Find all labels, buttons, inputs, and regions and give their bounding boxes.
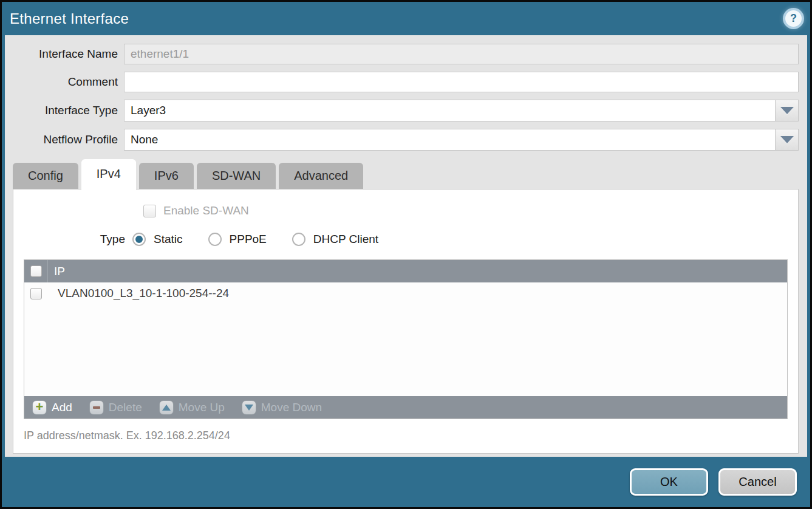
radio-pppoe[interactable] — [208, 233, 222, 246]
radio-dhcp-client[interactable] — [292, 233, 305, 246]
dialog-footer: OK Cancel — [2, 457, 810, 507]
add-button-label: Add — [52, 401, 72, 414]
row-checkbox-cell — [24, 282, 48, 304]
cancel-button[interactable]: Cancel — [718, 468, 797, 496]
enable-sdwan-checkbox — [143, 205, 156, 217]
interface-type-value: Layer3 — [125, 100, 775, 121]
netflow-profile-dropdown-button[interactable] — [775, 129, 798, 150]
interface-name-label: Interface Name — [5, 47, 124, 61]
radio-static-label: Static — [154, 233, 183, 246]
dialog-titlebar: Ethernet Interface ? — [2, 2, 810, 35]
interface-type-dropdown-button[interactable] — [775, 100, 798, 121]
netflow-profile-value: None — [125, 129, 775, 150]
ip-table: IP VLAN0100_L3_10-1-100-254--24 + Add — [24, 259, 788, 419]
radio-option-static[interactable]: Static — [132, 233, 183, 246]
ip-table-body: VLAN0100_L3_10-1-100-254--24 — [24, 282, 787, 396]
enable-sdwan-row: Enable SD-WAN — [143, 204, 798, 217]
plus-icon: + — [32, 400, 47, 415]
ip-column-header: IP — [48, 265, 65, 278]
tab-ipv6[interactable]: IPv6 — [139, 163, 194, 189]
comment-label: Comment — [5, 75, 124, 89]
type-row: Type Static PPPoE DHCP Client — [13, 233, 798, 246]
radio-dhcp-client-label: DHCP Client — [313, 233, 378, 246]
chevron-down-icon — [780, 136, 794, 143]
arrow-up-icon — [159, 400, 174, 415]
interface-name-row: Interface Name ethernet1/1 — [5, 44, 799, 64]
radio-pppoe-label: PPPoE — [230, 233, 267, 246]
row-checkbox[interactable] — [30, 288, 42, 299]
radio-option-pppoe[interactable]: PPPoE — [208, 233, 267, 246]
tab-bar: Config IPv4 IPv6 SD-WAN Advanced — [13, 159, 799, 189]
select-all-cell — [24, 260, 48, 282]
tab-advanced[interactable]: Advanced — [279, 163, 363, 189]
ip-table-toolbar: + Add Delete Move Up Move Down — [24, 396, 787, 418]
ip-table-header: IP — [24, 260, 787, 282]
move-up-button-label: Move Up — [179, 401, 225, 414]
minus-icon — [89, 400, 104, 415]
move-up-button[interactable]: Move Up — [159, 400, 225, 415]
netflow-profile-dropdown[interactable]: None — [124, 129, 799, 151]
delete-button[interactable]: Delete — [89, 400, 142, 415]
help-icon[interactable]: ? — [785, 10, 802, 27]
ok-button[interactable]: OK — [630, 468, 708, 496]
comment-row: Comment — [5, 72, 799, 92]
dialog-title: Ethernet Interface — [10, 10, 129, 27]
tab-config[interactable]: Config — [13, 163, 78, 189]
ip-row-value: VLAN0100_L3_10-1-100-254--24 — [48, 287, 229, 300]
type-label: Type — [13, 233, 132, 246]
enable-sdwan-label: Enable SD-WAN — [163, 204, 249, 217]
tab-ipv4[interactable]: IPv4 — [81, 159, 136, 189]
radio-static[interactable] — [132, 233, 146, 246]
dialog-body: Interface Name ethernet1/1 Comment Inter… — [5, 35, 807, 457]
interface-type-label: Interface Type — [5, 104, 124, 117]
select-all-checkbox[interactable] — [30, 265, 42, 277]
radio-option-dhcp-client[interactable]: DHCP Client — [292, 233, 378, 246]
netflow-profile-row: Netflow Profile None — [5, 129, 799, 151]
move-down-button-label: Move Down — [261, 401, 322, 414]
ethernet-interface-dialog: Ethernet Interface ? Interface Name ethe… — [0, 0, 812, 509]
interface-name-field: ethernet1/1 — [124, 44, 799, 64]
comment-field[interactable] — [124, 72, 799, 92]
ipv4-tab-panel: Enable SD-WAN Type Static PPPoE DHCP Cli… — [13, 189, 799, 454]
interface-type-dropdown[interactable]: Layer3 — [124, 100, 799, 121]
netflow-profile-label: Netflow Profile — [5, 133, 124, 146]
ip-format-hint: IP address/netmask. Ex. 192.168.2.254/24 — [24, 429, 798, 442]
interface-type-row: Interface Type Layer3 — [5, 100, 799, 121]
move-down-button[interactable]: Move Down — [242, 400, 322, 415]
delete-button-label: Delete — [109, 401, 142, 414]
add-button[interactable]: + Add — [32, 400, 72, 415]
tab-sdwan[interactable]: SD-WAN — [197, 163, 276, 189]
chevron-down-icon — [780, 107, 794, 114]
table-row[interactable]: VLAN0100_L3_10-1-100-254--24 — [24, 282, 787, 304]
arrow-down-icon — [242, 400, 256, 415]
